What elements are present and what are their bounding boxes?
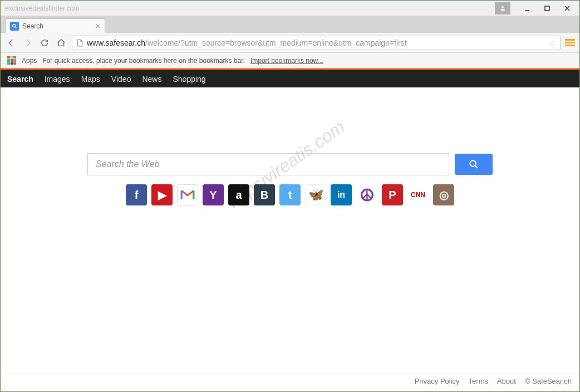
minimize-button[interactable]: [517, 2, 537, 14]
bookmarks-bar: Apps For quick access, place your bookma…: [1, 53, 579, 68]
window-title: exclusivedealsfinder.com: [3, 4, 495, 12]
address-bar: www.safesear.ch/welcome/?utm_source=brow…: [1, 33, 579, 53]
svg-point-7: [470, 160, 476, 166]
linkedin-icon[interactable]: in: [331, 184, 352, 205]
footer-link-about[interactable]: About: [497, 377, 516, 385]
tab-close-icon[interactable]: ×: [96, 22, 100, 31]
tab-title: Search: [22, 22, 43, 30]
url-input[interactable]: www.safesear.ch/welcome/?utm_source=brow…: [72, 36, 561, 50]
page-icon: [76, 39, 83, 47]
youtube-icon[interactable]: ▶: [151, 184, 173, 205]
nav-tab-search[interactable]: Search: [7, 75, 33, 84]
bookmarks-hint: For quick access, place your bookmarks h…: [42, 57, 245, 65]
svg-line-8: [475, 166, 478, 168]
nav-tab-maps[interactable]: Maps: [81, 75, 100, 84]
yahoo-icon[interactable]: Y: [203, 184, 224, 205]
import-bookmarks-link[interactable]: Import bookmarks now...: [250, 57, 323, 65]
instagram-icon[interactable]: ◎: [433, 184, 454, 205]
nav-tab-video[interactable]: Video: [111, 75, 131, 84]
cnn-icon[interactable]: CNN: [407, 184, 429, 205]
page-content: httpsivireatis.com Search the Web f▶YaBt…: [1, 87, 579, 388]
quick-links-row: f▶YaBt🦋in☮PCNN◎: [126, 184, 454, 205]
footer-link-privacy[interactable]: Privacy Policy: [415, 377, 460, 385]
footer-copyright: © SafeSear.ch: [525, 377, 572, 385]
svg-rect-2: [545, 6, 549, 11]
category-nav: SearchImagesMapsVideoNewsShopping: [1, 68, 579, 87]
bookmark-star-icon[interactable]: ☆: [549, 38, 557, 47]
amazon-icon[interactable]: a: [228, 184, 249, 205]
peace-icon[interactable]: ☮: [356, 184, 377, 205]
search-button[interactable]: [455, 154, 493, 175]
search-input[interactable]: Search the Web: [87, 153, 449, 175]
back-button[interactable]: [5, 37, 17, 49]
close-button[interactable]: [557, 2, 577, 14]
forward-button[interactable]: [22, 37, 34, 49]
gmail-icon[interactable]: [177, 184, 198, 205]
svg-point-0: [502, 6, 504, 8]
facebook-icon[interactable]: f: [126, 184, 147, 205]
maximize-button[interactable]: [537, 2, 557, 14]
svg-line-6: [15, 27, 16, 28]
home-button[interactable]: [55, 37, 67, 49]
page-footer: Privacy Policy Terms About © SafeSear.ch: [1, 374, 579, 388]
twitter-icon[interactable]: t: [279, 184, 301, 205]
apps-label[interactable]: Apps: [22, 57, 37, 65]
nav-tab-images[interactable]: Images: [45, 75, 70, 84]
reload-button[interactable]: [38, 37, 51, 49]
url-text: www.safesear.ch/welcome/?utm_source=brow…: [87, 38, 546, 47]
window-titlebar: exclusivedealsfinder.com: [1, 1, 579, 16]
pinterest-icon[interactable]: P: [382, 184, 403, 205]
nav-tab-shopping[interactable]: Shopping: [173, 75, 205, 84]
hamburger-menu-icon[interactable]: [565, 39, 575, 46]
browser-tab[interactable]: Search ×: [5, 18, 105, 33]
footer-link-terms[interactable]: Terms: [469, 377, 488, 385]
butterfly-icon[interactable]: 🦋: [305, 184, 326, 205]
user-icon[interactable]: [495, 2, 510, 14]
search-icon: [469, 159, 479, 169]
apps-icon[interactable]: [7, 56, 16, 65]
svg-point-5: [13, 24, 16, 27]
search-favicon-icon: [10, 22, 19, 31]
tab-bar: Search ×: [1, 16, 579, 33]
vk-icon[interactable]: B: [254, 184, 275, 205]
nav-tab-news[interactable]: News: [142, 75, 161, 84]
